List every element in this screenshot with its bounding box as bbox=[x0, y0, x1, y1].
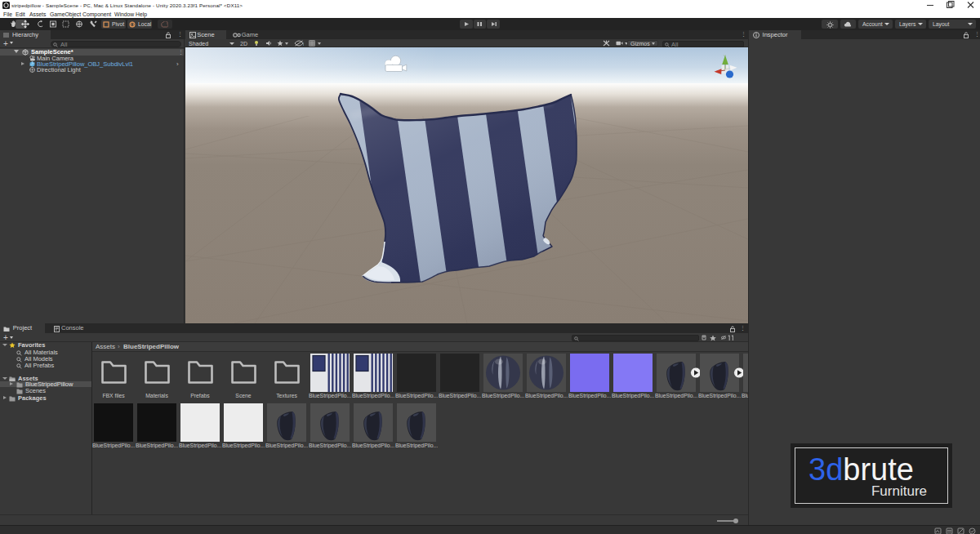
svg-text:0: 0 bbox=[303, 42, 304, 47]
